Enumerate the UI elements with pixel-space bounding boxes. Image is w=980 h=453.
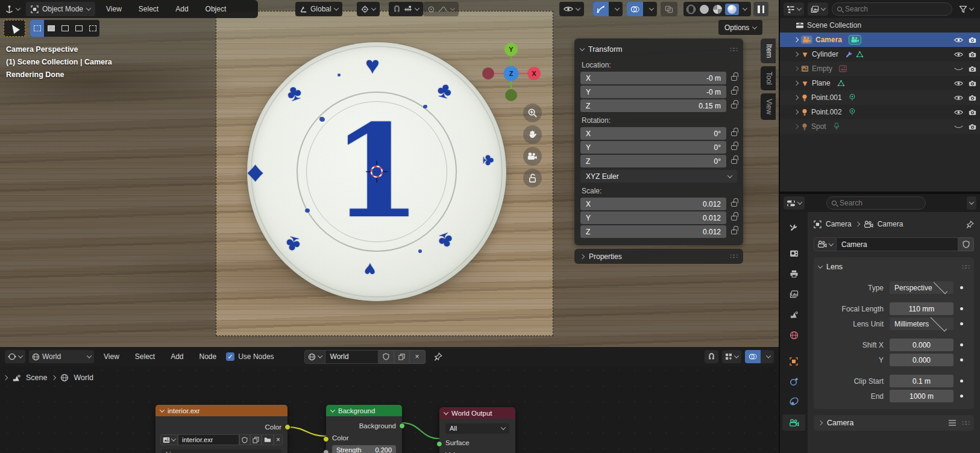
lens-panel-title[interactable]: Lens bbox=[826, 263, 843, 271]
render-visibility-toggle[interactable] bbox=[969, 109, 976, 116]
image-name-field[interactable]: interior.exr bbox=[178, 434, 239, 445]
tweak-tool-button[interactable] bbox=[4, 20, 25, 37]
unlock-icon[interactable] bbox=[731, 230, 737, 234]
object-name[interactable]: Cylinder bbox=[812, 50, 838, 58]
render-visibility-toggle[interactable] bbox=[969, 95, 976, 101]
outliner-row-point001[interactable]: Point.001 bbox=[780, 90, 980, 105]
snap-toggle[interactable] bbox=[705, 350, 718, 363]
rotation-mode-dropdown[interactable]: XYZ Euler bbox=[580, 170, 737, 183]
menu-select[interactable]: Select bbox=[133, 5, 165, 13]
snap-target-dropdown[interactable] bbox=[722, 350, 741, 363]
expand-chevron-icon[interactable] bbox=[794, 95, 799, 100]
expand-chevron-icon[interactable] bbox=[794, 37, 799, 42]
panel-grip-icon[interactable]: ∷∷ bbox=[730, 252, 737, 260]
editor-divider[interactable] bbox=[779, 0, 780, 453]
select-mode-invert[interactable] bbox=[72, 20, 86, 37]
shader-editor[interactable]: interior.exr Color interior.exr bbox=[0, 347, 779, 453]
render-visibility-toggle[interactable] bbox=[969, 66, 976, 72]
overlays-dropdown[interactable] bbox=[646, 2, 657, 16]
menu-add[interactable]: Add bbox=[165, 352, 189, 361]
tab-item[interactable]: Item bbox=[761, 39, 776, 63]
image-unlink-button[interactable]: × bbox=[274, 434, 283, 445]
breadcrumb-world[interactable]: World bbox=[74, 373, 93, 382]
scale-x-field[interactable]: X0.012 bbox=[580, 198, 726, 210]
overlays-dropdown[interactable] bbox=[763, 350, 774, 363]
shading-rendered-button[interactable] bbox=[725, 4, 739, 15]
select-mode-new[interactable] bbox=[30, 20, 44, 37]
outliner-row-camera[interactable]: Camera bbox=[780, 33, 980, 47]
hide-eye-toggle-closed[interactable] bbox=[954, 123, 963, 130]
unlock-icon[interactable] bbox=[731, 131, 737, 136]
camera-view-button[interactable] bbox=[523, 147, 542, 166]
scale-z-field[interactable]: Z0.012 bbox=[580, 225, 726, 238]
collapse-chevron-icon[interactable] bbox=[444, 410, 448, 414]
render-visibility-toggle[interactable] bbox=[969, 37, 976, 43]
axis-ball-negy[interactable] bbox=[505, 89, 517, 101]
environment-texture-node[interactable]: interior.exr Color interior.exr bbox=[155, 405, 287, 453]
pause-render-button[interactable] bbox=[753, 2, 768, 16]
world-output-node[interactable]: World Output All Surface Volume bbox=[439, 407, 515, 453]
tab-object[interactable] bbox=[782, 353, 805, 369]
navigation-axis-gizmo[interactable]: Y X Z bbox=[476, 36, 548, 108]
object-name[interactable]: Plane bbox=[812, 79, 831, 87]
outliner-row-empty[interactable]: Empty bbox=[780, 61, 980, 76]
collapse-chevron-icon[interactable] bbox=[818, 263, 823, 268]
options-dropdown[interactable]: Options bbox=[718, 20, 762, 35]
tab-object-data-camera[interactable] bbox=[782, 414, 805, 431]
fake-user-shield-button[interactable] bbox=[958, 237, 974, 251]
collapse-chevron-icon[interactable] bbox=[580, 46, 585, 51]
animate-decorator[interactable] bbox=[960, 307, 963, 310]
hide-eye-toggle[interactable] bbox=[954, 51, 963, 58]
animate-decorator[interactable] bbox=[960, 343, 963, 346]
image-copy-button[interactable] bbox=[250, 434, 262, 445]
unlock-icon[interactable] bbox=[731, 90, 737, 95]
tab-scene[interactable] bbox=[782, 307, 805, 323]
menu-view[interactable]: View bbox=[100, 5, 128, 13]
hide-eye-toggle-closed[interactable] bbox=[954, 66, 963, 72]
animate-decorator[interactable] bbox=[960, 358, 963, 361]
collapse-chevron-icon[interactable] bbox=[160, 407, 165, 412]
object-name[interactable]: Spot bbox=[811, 122, 826, 131]
outliner-search-input[interactable] bbox=[845, 5, 947, 13]
panel-grip-icon[interactable]: ∷∷ bbox=[962, 263, 969, 271]
focal-length-field[interactable]: 110 mm bbox=[890, 302, 953, 315]
overlays-toggle[interactable] bbox=[627, 2, 643, 16]
world-browse-dropdown[interactable] bbox=[304, 350, 325, 364]
lock-view-button[interactable] bbox=[523, 169, 542, 187]
editor-divider[interactable] bbox=[780, 192, 980, 194]
world-copy-button[interactable] bbox=[394, 350, 410, 364]
camera-collapsed-panel[interactable]: Camera ∷∷ bbox=[814, 415, 974, 431]
snap-group[interactable] bbox=[389, 2, 423, 16]
shading-solid-button[interactable] bbox=[699, 4, 710, 15]
strength-input-socket[interactable] bbox=[323, 449, 329, 453]
tab-world[interactable] bbox=[782, 327, 805, 343]
proportional-editing-group[interactable] bbox=[423, 2, 459, 16]
outliner-editor[interactable]: Scene Collection Camera ▼ Cyli bbox=[780, 0, 980, 192]
lens-unit-dropdown[interactable]: Millimeters bbox=[890, 317, 953, 330]
outliner-display-mode-button[interactable] bbox=[808, 2, 828, 16]
outliner-row-point002[interactable]: Point.002 bbox=[780, 105, 980, 119]
strength-field[interactable]: Strength 0.200 bbox=[332, 445, 396, 453]
transform-orientation-dropdown[interactable]: Global bbox=[295, 2, 342, 16]
render-visibility-toggle[interactable] bbox=[969, 51, 976, 58]
pin-icon[interactable] bbox=[434, 352, 442, 361]
collapse-chevron-icon[interactable] bbox=[330, 407, 335, 412]
pin-icon[interactable] bbox=[966, 220, 974, 228]
object-name[interactable]: Point.001 bbox=[811, 93, 842, 102]
surface-input-socket[interactable] bbox=[436, 441, 442, 447]
interpolation-dropdown[interactable]: Linear bbox=[162, 449, 281, 453]
tab-physics[interactable] bbox=[782, 394, 805, 410]
image-fake-user-button[interactable] bbox=[239, 434, 250, 445]
shift-x-field[interactable]: 0.000 bbox=[890, 339, 953, 351]
select-mode-intersect[interactable] bbox=[86, 20, 99, 37]
expand-chevron-icon[interactable] bbox=[794, 66, 799, 71]
3d-viewport[interactable]: 1 ♥ ♣ ♣ ♦ ♣ ♣ ♣ ♥ bbox=[0, 0, 779, 347]
location-y-field[interactable]: Y-0 m bbox=[580, 86, 726, 98]
unlock-icon[interactable] bbox=[731, 159, 737, 164]
shading-wireframe-button[interactable] bbox=[685, 4, 697, 15]
breadcrumb-object[interactable]: Camera bbox=[826, 220, 852, 228]
gizmos-toggle-group[interactable] bbox=[593, 2, 623, 16]
image-browse-dropdown[interactable] bbox=[160, 434, 178, 445]
tab-tool[interactable]: Tool bbox=[761, 66, 776, 90]
menu-object[interactable]: Object bbox=[199, 5, 233, 13]
